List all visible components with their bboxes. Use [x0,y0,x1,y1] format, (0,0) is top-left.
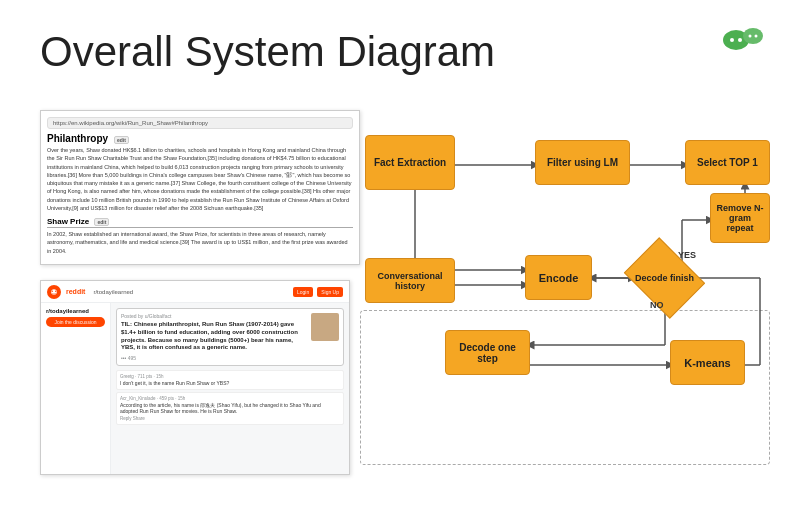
encode-node: Encode [525,255,592,300]
wiki-body-text: Over the years, Shaw donated HK$6.1 bill… [47,146,353,212]
wiki-body2: In 2002, Shaw established an internation… [47,230,353,255]
fact-extraction-node: Fact Extraction [365,135,455,190]
reddit-post: Posted by u/Globalfact TIL: Chinese phil… [116,308,344,366]
svg-point-5 [755,35,758,38]
reddit-topbar-right: Login Sign Up [293,287,343,297]
reddit-sidebar: r/todayilearned Join the discussion [41,303,111,474]
svg-point-4 [749,35,752,38]
wiki-url-bar: https://en.wikipedia.org/wiki/Run_Run_Sh… [47,117,353,129]
reddit-signup-btn[interactable]: Sign Up [317,287,343,297]
svg-point-2 [738,38,742,42]
reddit-topbar: reddit r/todayilearned Login Sign Up [41,281,349,303]
svg-point-10 [56,287,58,289]
comment2-body: According to the article, his name is 邵逸… [120,402,340,414]
wiki-edit-badge[interactable]: edit [114,136,129,144]
reddit-join-button[interactable]: Join the discussion [46,317,105,327]
reddit-subreddit[interactable]: r/todayilearned [93,289,133,295]
svg-point-9 [55,290,56,291]
conv-history-node: Conversational history [365,258,455,303]
reddit-post-image [311,313,339,341]
wiki-section-title: Philanthropy edit [47,133,353,144]
reddit-post-header: Posted by u/Globalfact [121,313,339,319]
svg-point-1 [730,38,734,42]
comment1-header: Greetg · 711 pts · 15h [120,374,340,379]
reddit-post-votes: ••• 495 [121,355,339,361]
reddit-content: Posted by u/Globalfact TIL: Chinese phil… [111,303,349,474]
no-label: NO [650,300,664,310]
page-title: Overall System Diagram [40,28,495,76]
reddit-post-title: TIL: Chinese philanthropist, Run Run Sha… [121,321,339,352]
comment2-header: Acr_Kin_Kinslade · 459 pts · 15h [120,396,340,401]
reddit-screenshot: reddit r/todayilearned Login Sign Up r/t… [40,280,350,475]
reddit-sidebar-title: r/todayilearned [46,308,105,314]
reply-label[interactable]: Reply Share [120,416,340,421]
wiki-shaw-prize-section: Shaw Prize edit [47,217,353,228]
svg-point-8 [52,290,53,291]
filter-lm-node: Filter using LM [535,140,630,185]
reddit-comment-2: Acr_Kin_Kinslade · 459 pts · 15h Accordi… [116,392,344,425]
decode-one-step-node: Decode one step [445,330,530,375]
remove-ngram-node: Remove N- gram repeat [710,193,770,243]
flowchart: Fact Extraction Filter using LM Select T… [360,115,775,480]
reddit-brand: reddit [66,288,85,295]
decode-finish-container: Decode finish [632,253,697,303]
wechat-icon [720,18,768,66]
reddit-main: r/todayilearned Join the discussion Post… [41,303,349,474]
select-top1-node: Select TOP 1 [685,140,770,185]
dashed-region [360,310,770,465]
svg-point-3 [743,28,763,44]
reddit-comment-1: Greetg · 711 pts · 15h I don't get it, i… [116,370,344,390]
kmeans-node: K-means [670,340,745,385]
yes-label: YES [678,250,696,260]
comment1-body: I don't get it, is the name Run Run Shaw… [120,380,340,386]
reddit-logo-icon [47,285,61,299]
reddit-login-btn[interactable]: Login [293,287,313,297]
wikipedia-screenshot: https://en.wikipedia.org/wiki/Run_Run_Sh… [40,110,360,265]
